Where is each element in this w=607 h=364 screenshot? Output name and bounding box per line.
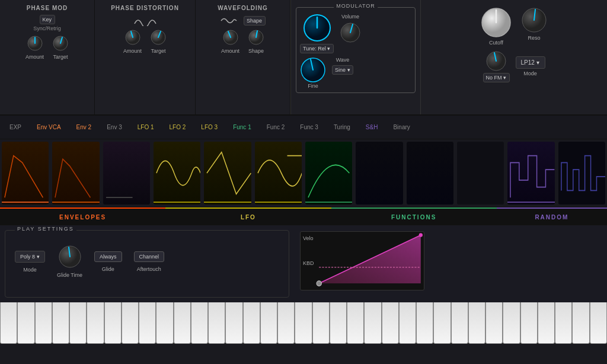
tab-sh[interactable]: S&H bbox=[359, 120, 385, 134]
tab-func1[interactable]: Func 1 bbox=[226, 120, 258, 134]
card-func3[interactable] bbox=[407, 142, 453, 205]
filter-reso-knob[interactable] bbox=[521, 7, 547, 33]
wavefolding-shape-knob[interactable] bbox=[248, 29, 264, 46]
piano-key-w20[interactable] bbox=[330, 302, 347, 344]
play-glide-button[interactable]: Always bbox=[94, 251, 122, 262]
play-aftertouch-button[interactable]: Channel bbox=[134, 251, 165, 262]
piano-key-w23[interactable] bbox=[382, 302, 399, 344]
section-label-lfo: LFO bbox=[165, 207, 331, 225]
piano-key-w13[interactable] bbox=[208, 302, 225, 344]
piano-key-w24[interactable] bbox=[399, 302, 416, 344]
card-env3[interactable] bbox=[103, 142, 150, 205]
tab-lfo1[interactable]: LFO 1 bbox=[130, 120, 161, 134]
modulator-tune-knob[interactable] bbox=[303, 14, 331, 42]
filter-reso-group: Reso bbox=[521, 7, 547, 46]
svg-point-31 bbox=[317, 281, 321, 286]
piano-key-w17[interactable] bbox=[277, 302, 295, 344]
filter-module: Cutoff Reso bbox=[421, 0, 607, 114]
piano-key-w12[interactable] bbox=[191, 302, 208, 344]
piano-key-w29[interactable] bbox=[485, 302, 503, 344]
piano-key-w16[interactable] bbox=[260, 302, 277, 344]
phase-dist-target-knob[interactable] bbox=[150, 29, 167, 46]
mod-graph[interactable]: Velo KBD bbox=[300, 231, 424, 290]
phase-mod-amount-label: Amount bbox=[25, 54, 44, 60]
modulator-fine-knob[interactable] bbox=[300, 57, 326, 83]
piano-key-w25[interactable] bbox=[416, 302, 433, 344]
card-lfo2[interactable] bbox=[204, 142, 251, 205]
tab-exp[interactable]: EXP bbox=[2, 120, 28, 134]
piano-key-w35[interactable] bbox=[590, 302, 607, 344]
tab-turing[interactable]: Turing bbox=[327, 120, 357, 134]
modulator-tune-select[interactable]: Tune: Rel ▾ bbox=[300, 44, 334, 53]
tab-env-vca[interactable]: Env VCA bbox=[30, 120, 68, 134]
modulator-tune-group: Tune: Rel ▾ bbox=[300, 14, 334, 53]
tab-binary[interactable]: Binary bbox=[386, 120, 417, 134]
tab-lfo3[interactable]: LFO 3 bbox=[194, 120, 225, 134]
card-env2[interactable] bbox=[52, 142, 99, 205]
piano-key-w26[interactable] bbox=[433, 302, 451, 344]
piano-key-w30[interactable] bbox=[503, 302, 520, 344]
modulator-volume-group: Volume bbox=[340, 14, 361, 53]
piano-key-w4[interactable] bbox=[52, 302, 69, 344]
card-lfo1[interactable] bbox=[154, 142, 200, 205]
modulator-volume-knob[interactable] bbox=[340, 22, 361, 43]
phase-mod-sync-label: Sync/Retrig bbox=[33, 25, 61, 31]
filter-nofm-select[interactable]: No FM ▾ bbox=[483, 73, 510, 82]
play-settings-box: PLAY SETTINGS Poly 8 ▾ Mode Glide Tim bbox=[5, 230, 289, 298]
piano-key-w18[interactable] bbox=[295, 302, 312, 344]
phase-mod-target-knob[interactable] bbox=[52, 35, 69, 52]
card-sh[interactable] bbox=[507, 142, 554, 205]
wavefolding-shape-select[interactable]: Shape bbox=[244, 16, 266, 25]
piano-key-w3[interactable] bbox=[35, 302, 52, 344]
piano-key-w22[interactable] bbox=[364, 302, 381, 344]
piano-key-w11[interactable] bbox=[174, 302, 191, 344]
piano-key-w7[interactable] bbox=[104, 302, 122, 344]
wavefolding-amount-group: Amount bbox=[221, 29, 239, 54]
piano-key-w27[interactable] bbox=[451, 302, 468, 344]
filter-mode-select[interactable]: LP12 ▾ bbox=[516, 56, 545, 69]
piano-key-w1[interactable] bbox=[0, 302, 17, 344]
tab-env3[interactable]: Env 3 bbox=[100, 120, 129, 134]
filter-fm-group: No FM ▾ bbox=[483, 50, 510, 82]
piano-key-w31[interactable] bbox=[520, 302, 538, 344]
card-env-vca[interactable] bbox=[2, 142, 49, 205]
phase-dist-target-group: Target bbox=[150, 29, 167, 54]
piano-key-w15[interactable] bbox=[243, 302, 260, 344]
tab-func2[interactable]: Func 2 bbox=[260, 120, 292, 134]
modulator-wave-select[interactable]: Sine ▾ bbox=[332, 65, 353, 75]
svg-point-29 bbox=[419, 233, 423, 237]
tab-lfo2[interactable]: LFO 2 bbox=[162, 120, 193, 134]
phase-mod-key-select[interactable]: Key bbox=[40, 15, 55, 24]
piano-key-w14[interactable] bbox=[225, 302, 242, 344]
play-glide-time-knob[interactable] bbox=[58, 245, 82, 269]
piano-key-w8[interactable] bbox=[122, 302, 139, 344]
piano-key-w34[interactable] bbox=[572, 302, 589, 344]
filter-fm-knob[interactable] bbox=[485, 50, 507, 72]
wavefolding-amount-knob[interactable] bbox=[222, 29, 239, 46]
play-glide-time-label: Glide Time bbox=[57, 272, 82, 278]
card-turing[interactable] bbox=[457, 142, 504, 205]
piano-key-w5[interactable] bbox=[69, 302, 87, 344]
card-func1[interactable] bbox=[305, 142, 352, 205]
piano-key-w6[interactable] bbox=[87, 302, 104, 344]
tab-func3[interactable]: Func 3 bbox=[293, 120, 325, 134]
piano-key-w33[interactable] bbox=[555, 302, 572, 344]
card-binary[interactable] bbox=[558, 142, 605, 205]
card-func2[interactable] bbox=[356, 142, 402, 205]
filter-cutoff-knob[interactable] bbox=[481, 7, 512, 38]
phase-dist-title: PHASE DISTORTION bbox=[111, 5, 179, 11]
piano-key-w9[interactable] bbox=[139, 302, 156, 344]
modulator-wave-label: Wave bbox=[336, 57, 350, 63]
play-mode-select[interactable]: Poly 8 ▾ bbox=[15, 251, 45, 263]
piano-key-w10[interactable] bbox=[156, 302, 173, 344]
section-label-random: RANDOM bbox=[497, 207, 607, 225]
piano-key-w21[interactable] bbox=[347, 302, 364, 344]
piano-key-w32[interactable] bbox=[538, 302, 555, 344]
card-lfo3[interactable] bbox=[255, 142, 302, 205]
piano-key-w2[interactable] bbox=[17, 302, 34, 344]
phase-mod-amount-knob[interactable] bbox=[27, 35, 43, 52]
piano-key-w28[interactable] bbox=[468, 302, 485, 344]
tab-env2[interactable]: Env 2 bbox=[69, 120, 99, 134]
phase-dist-amount-knob[interactable] bbox=[124, 29, 141, 46]
piano-key-w19[interactable] bbox=[312, 302, 330, 344]
